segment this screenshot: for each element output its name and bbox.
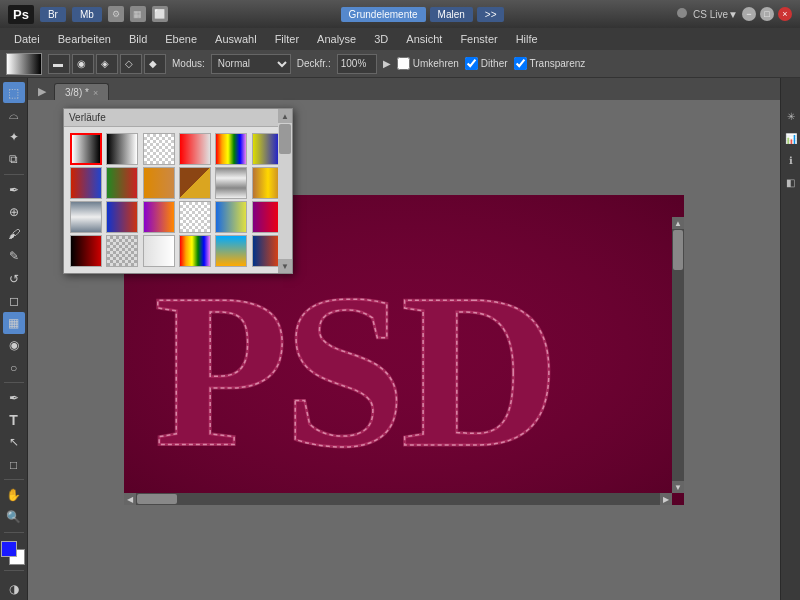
picker-scroll-thumb[interactable] bbox=[279, 124, 291, 154]
menu-datei[interactable]: Datei bbox=[6, 31, 48, 47]
vscroll-thumb[interactable] bbox=[673, 230, 683, 270]
hscroll-left-btn[interactable]: ◀ bbox=[124, 493, 136, 505]
window-maximize-btn[interactable]: □ bbox=[760, 7, 774, 21]
tool-spot-heal[interactable]: ⊕ bbox=[3, 201, 25, 222]
tool-crop[interactable]: ⧉ bbox=[3, 149, 25, 170]
menu-hilfe[interactable]: Hilfe bbox=[508, 31, 546, 47]
menu-3d[interactable]: 3D bbox=[366, 31, 396, 47]
blend-mode-select[interactable]: Normal bbox=[211, 54, 291, 74]
tool-brush[interactable]: 🖌 bbox=[3, 223, 25, 244]
tool-pen[interactable]: ✒ bbox=[3, 387, 25, 408]
dither-check-input[interactable] bbox=[465, 57, 478, 70]
gradient-item-16[interactable] bbox=[215, 201, 247, 233]
right-panel-btn-2[interactable]: ℹ bbox=[783, 152, 799, 168]
opacity-arrow[interactable]: ▶ bbox=[383, 58, 391, 69]
transparenz-check-input[interactable] bbox=[514, 57, 527, 70]
gradient-radial-btn[interactable]: ◉ bbox=[72, 54, 94, 74]
umkehren-checkbox[interactable]: Umkehren bbox=[397, 57, 459, 70]
tool-eraser[interactable]: ◻ bbox=[3, 290, 25, 311]
workspace-grundelemente-btn[interactable]: Grundelemente bbox=[341, 7, 426, 22]
tool-eyedropper[interactable]: ✒ bbox=[3, 179, 25, 200]
tool-blur[interactable]: ◉ bbox=[3, 335, 25, 356]
picker-scroll-down[interactable]: ▼ bbox=[278, 259, 292, 273]
screen-icon[interactable]: ⬜ bbox=[152, 6, 168, 22]
gradient-item-6[interactable] bbox=[70, 167, 102, 199]
title-bar: Ps Br Mb ⚙ ▦ ⬜ Grundelemente Malen >> CS… bbox=[0, 0, 800, 28]
menu-ansicht[interactable]: Ansicht bbox=[398, 31, 450, 47]
gradient-item-22[interactable] bbox=[215, 235, 247, 267]
menu-analyse[interactable]: Analyse bbox=[309, 31, 364, 47]
vscroll-up-btn[interactable]: ▲ bbox=[672, 217, 684, 229]
gradient-item-2[interactable] bbox=[143, 133, 175, 165]
tool-shape[interactable]: □ bbox=[3, 454, 25, 475]
menu-filter[interactable]: Filter bbox=[267, 31, 307, 47]
opacity-input[interactable] bbox=[337, 54, 377, 74]
menu-fenster[interactable]: Fenster bbox=[452, 31, 505, 47]
gradient-item-3[interactable] bbox=[179, 133, 211, 165]
gradient-item-19[interactable] bbox=[106, 235, 138, 267]
menu-ebene[interactable]: Ebene bbox=[157, 31, 205, 47]
gradient-item-20[interactable] bbox=[143, 235, 175, 267]
tool-quick-mask[interactable]: ◑ bbox=[3, 579, 25, 600]
hscroll-right-btn[interactable]: ▶ bbox=[660, 493, 672, 505]
tool-lasso[interactable]: ⌓ bbox=[3, 104, 25, 125]
picker-scroll-up[interactable]: ▲ bbox=[278, 109, 292, 123]
arrange-icon[interactable]: ▦ bbox=[130, 6, 146, 22]
titlebar-center: Grundelemente Malen >> bbox=[341, 7, 505, 22]
canvas-tab-0[interactable]: 3/8) * × bbox=[54, 83, 109, 100]
right-panel-btn-0[interactable]: ✳ bbox=[783, 108, 799, 124]
tool-quickselect[interactable]: ✦ bbox=[3, 127, 25, 148]
tool-history-brush[interactable]: ↺ bbox=[3, 268, 25, 289]
transparenz-checkbox[interactable]: Transparenz bbox=[514, 57, 586, 70]
right-panel: ✳ 📊 ℹ ◧ bbox=[780, 78, 800, 600]
gradient-angle-btn[interactable]: ◈ bbox=[96, 54, 118, 74]
gradient-item-7[interactable] bbox=[106, 167, 138, 199]
tool-gradient[interactable]: ▦ bbox=[3, 312, 25, 333]
window-close-btn[interactable]: × bbox=[778, 7, 792, 21]
gradient-diamond-btn[interactable]: ◆ bbox=[144, 54, 166, 74]
tool-stamp[interactable]: ✎ bbox=[3, 246, 25, 267]
fg-color-swatch[interactable] bbox=[1, 541, 17, 557]
menu-bild[interactable]: Bild bbox=[121, 31, 155, 47]
tool-type[interactable]: T bbox=[3, 409, 25, 430]
gradient-preview-swatch[interactable] bbox=[6, 53, 42, 75]
more-workspaces-btn[interactable]: >> bbox=[477, 7, 505, 22]
gradient-item-1[interactable] bbox=[106, 133, 138, 165]
vscroll-down-btn[interactable]: ▼ bbox=[672, 481, 684, 493]
gradient-item-12[interactable] bbox=[70, 201, 102, 233]
zoom-icon[interactable]: ⚙ bbox=[108, 6, 124, 22]
gradient-item-15[interactable] bbox=[179, 201, 211, 233]
umkehren-check-input[interactable] bbox=[397, 57, 410, 70]
malen-btn[interactable]: Malen bbox=[430, 7, 473, 22]
gradient-item-9[interactable] bbox=[179, 167, 211, 199]
dither-checkbox[interactable]: Dither bbox=[465, 57, 508, 70]
left-toolbar: ⬚ ⌓ ✦ ⧉ ✒ ⊕ 🖌 ✎ ↺ ◻ ▦ ◉ ○ ✒ T ↖ □ ✋ 🔍 ◑ bbox=[0, 78, 28, 600]
gradient-reflected-btn[interactable]: ◇ bbox=[120, 54, 142, 74]
gradient-item-8[interactable] bbox=[143, 167, 175, 199]
gradient-item-0[interactable] bbox=[70, 133, 102, 165]
right-panel-btn-3[interactable]: ◧ bbox=[783, 174, 799, 190]
tool-dodge[interactable]: ○ bbox=[3, 357, 25, 378]
menu-bearbeiten[interactable]: Bearbeiten bbox=[50, 31, 119, 47]
window-minimize-btn[interactable]: − bbox=[742, 7, 756, 21]
bridge-btn[interactable]: Br bbox=[40, 7, 66, 22]
menu-auswahl[interactable]: Auswahl bbox=[207, 31, 265, 47]
gradient-item-10[interactable] bbox=[215, 167, 247, 199]
tool-path-select[interactable]: ↖ bbox=[3, 432, 25, 453]
gradient-item-18[interactable] bbox=[70, 235, 102, 267]
titlebar-left: Ps Br Mb ⚙ ▦ ⬜ bbox=[8, 5, 168, 24]
tab-scroll-btn[interactable]: ▶ bbox=[32, 82, 52, 100]
tool-zoom[interactable]: 🔍 bbox=[3, 506, 25, 527]
gradient-item-21[interactable] bbox=[179, 235, 211, 267]
right-panel-btn-1[interactable]: 📊 bbox=[783, 130, 799, 146]
gradient-item-4[interactable] bbox=[215, 133, 247, 165]
tab-close-0[interactable]: × bbox=[93, 88, 98, 98]
mini-bridge-btn[interactable]: Mb bbox=[72, 7, 102, 22]
tool-hand[interactable]: ✋ bbox=[3, 484, 25, 505]
gradient-linear-btn[interactable]: ▬ bbox=[48, 54, 70, 74]
gradient-item-13[interactable] bbox=[106, 201, 138, 233]
cs-live-btn[interactable]: CS Live▼ bbox=[677, 8, 738, 20]
tool-marquee[interactable]: ⬚ bbox=[3, 82, 25, 103]
hscroll-thumb[interactable] bbox=[137, 494, 177, 504]
gradient-item-14[interactable] bbox=[143, 201, 175, 233]
